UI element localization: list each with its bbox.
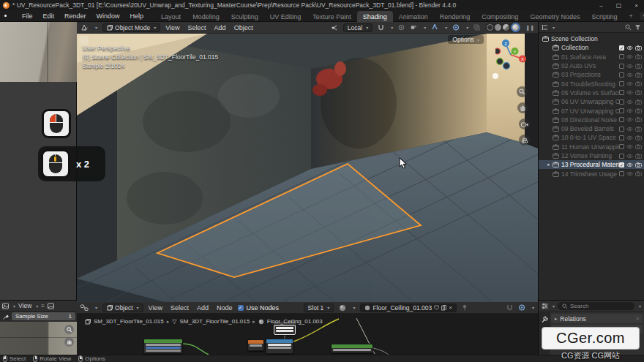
copy-icon[interactable] <box>441 305 446 311</box>
hide-eye-icon[interactable] <box>626 64 633 69</box>
add-workspace-button[interactable]: + <box>623 10 638 21</box>
shading-material-button[interactable] <box>503 24 509 31</box>
workspace-tab[interactable]: Modeling <box>187 11 225 22</box>
collection-name[interactable]: Collection <box>561 44 619 51</box>
workspace-tab[interactable]: Layout <box>155 11 187 22</box>
filter-icon[interactable] <box>634 24 641 31</box>
menu-item[interactable]: File <box>18 11 37 21</box>
hide-eye-icon[interactable] <box>626 154 633 159</box>
outliner-row[interactable]: 07 UV Unwrapping Custo ✓ <box>539 106 644 115</box>
menu-item[interactable]: Window <box>92 11 124 21</box>
shading-wireframe-button[interactable] <box>487 24 493 31</box>
shader-node[interactable] <box>331 344 373 353</box>
hide-eye-icon[interactable] <box>626 162 633 167</box>
hamburger-icon[interactable]: ≡ <box>41 303 45 309</box>
overlays-dropdown-icon[interactable] <box>452 24 460 31</box>
render-camera-icon[interactable] <box>635 72 642 78</box>
exclude-checkbox[interactable]: ✓ <box>619 90 624 95</box>
image-editor-icon[interactable] <box>2 303 9 309</box>
hide-eye-icon[interactable] <box>626 99 633 105</box>
snap-magnet-icon[interactable] <box>378 24 384 31</box>
collection-name[interactable]: 01 Surface Area <box>561 53 619 61</box>
snap-magnet-icon[interactable] <box>506 304 513 311</box>
shader-node[interactable] <box>143 339 183 354</box>
workspace-tab[interactable]: Geometry Nodes <box>524 11 585 22</box>
outliner-row[interactable]: 01 Surface Area ✓ <box>539 53 644 61</box>
workspace-tab[interactable]: Animation <box>393 11 434 22</box>
gizmo-dropdown-icon[interactable] <box>431 24 438 31</box>
outliner-row[interactable]: 05 Volume vs Surface ✓ <box>539 88 644 97</box>
collection-name[interactable]: Scene Collection <box>551 35 614 42</box>
collection-name[interactable]: 05 Volume vs Surface <box>561 89 619 97</box>
object-visibility-dropdown-icon[interactable] <box>410 24 417 31</box>
breadcrumb-object[interactable]: SM_3DT_FloorTile_01.015 <box>94 318 164 325</box>
hide-eye-icon[interactable] <box>626 171 633 176</box>
collection-name[interactable]: 14 Trimsheet Usage <box>561 170 619 178</box>
shader-editor-icon[interactable] <box>80 304 89 312</box>
render-camera-icon[interactable] <box>635 154 642 159</box>
collection-name[interactable]: 09 Beveled Barrels <box>561 125 619 132</box>
exclude-checkbox[interactable]: ✓ <box>619 117 624 122</box>
outliner-row[interactable]: 11 Human Unwrapping ✓ <box>539 143 644 151</box>
image-preview[interactable] <box>0 322 77 355</box>
collection-name[interactable]: 10 0-to-1 UV Space <box>561 134 619 141</box>
exclude-checkbox[interactable]: ✓ <box>619 108 624 113</box>
pan-view-button[interactable] <box>517 102 528 113</box>
breadcrumb-mesh[interactable]: SM_3DT_FloorTile_01.015 <box>179 318 250 325</box>
use-nodes-toggle[interactable]: ✓ Use Nodes <box>238 304 280 312</box>
camera-view-button[interactable] <box>519 118 530 129</box>
shading-rendered-button[interactable] <box>512 24 519 31</box>
header-pause-icon[interactable]: ❚❚ <box>525 25 534 31</box>
exclude-checkbox[interactable]: ✓ <box>619 127 624 132</box>
hide-eye-icon[interactable] <box>626 135 633 140</box>
sample-size-field[interactable]: Sample Size 1 <box>12 312 75 320</box>
search-icon[interactable] <box>625 24 632 31</box>
collection-name[interactable]: 13 Procedural Material a <box>561 161 619 168</box>
render-camera-icon[interactable] <box>635 117 642 122</box>
render-camera-icon[interactable] <box>635 162 642 167</box>
material-slot-dropdown[interactable]: Slot 1 ▾ <box>304 303 334 312</box>
collection-name[interactable]: 08 Directional Noise Unwr <box>561 116 619 124</box>
outliner-row[interactable]: 04 TroubleShooting ✓ <box>539 79 644 88</box>
hide-eye-icon[interactable] <box>626 117 633 122</box>
workspace-tab[interactable]: Texture Paint <box>307 11 357 22</box>
exclude-checkbox[interactable]: ✓ <box>619 64 624 69</box>
eyedropper-icon[interactable] <box>2 313 10 320</box>
shader-type-dropdown[interactable]: Object ▾ <box>102 303 143 312</box>
orientation-dropdown[interactable]: Local ▾ <box>343 23 372 32</box>
mode-dropdown[interactable]: Object Mode ▾ <box>102 23 160 32</box>
outliner-row[interactable]: Scene Collection ✓ <box>539 34 644 43</box>
render-camera-icon[interactable] <box>635 127 642 132</box>
properties-editor-icon[interactable] <box>542 303 548 309</box>
exclude-checkbox[interactable]: ✓ <box>619 162 624 167</box>
tool-tab-icon[interactable] <box>541 316 548 323</box>
outliner-row[interactable]: ▸ 13 Procedural Material a ✓ <box>539 160 644 169</box>
outliner-row[interactable]: 03 Projections ✓ <box>539 70 644 79</box>
pin-icon[interactable] <box>462 304 468 311</box>
outliner-row[interactable]: 14 Trimsheet Usage ✓ <box>539 169 644 178</box>
shader-menu-item[interactable]: View <box>149 304 162 312</box>
hide-eye-icon[interactable] <box>626 81 633 86</box>
material-icon[interactable] <box>339 304 346 312</box>
outliner-row[interactable]: 10 0-to-1 UV Space ✓ <box>539 133 644 142</box>
viewport-menu-item[interactable]: Object <box>234 24 253 31</box>
workspace-tab[interactable]: Scripting <box>585 11 623 22</box>
menu-item[interactable]: Help <box>126 11 149 21</box>
workspace-tab[interactable]: Rendering <box>434 11 476 22</box>
exclude-checkbox[interactable]: ✓ <box>619 54 624 59</box>
fake-user-shield-icon[interactable] <box>434 305 439 311</box>
shader-menu-item[interactable]: Select <box>171 304 189 312</box>
zoom-tool-button[interactable] <box>64 325 74 334</box>
outliner-row[interactable]: Collection ✓ <box>539 43 644 52</box>
perspective-toggle-button[interactable] <box>519 135 530 146</box>
hide-eye-icon[interactable] <box>626 54 633 59</box>
exclude-checkbox[interactable]: ✓ <box>619 171 624 176</box>
properties-search-input[interactable]: Search <box>558 302 634 310</box>
hide-eye-icon[interactable] <box>626 144 633 149</box>
menu-item[interactable]: Edit <box>39 11 59 21</box>
zoom-view-button[interactable] <box>517 86 528 97</box>
outliner-row[interactable]: 06 UV Unwrapping Organ ✓ <box>539 97 644 106</box>
render-camera-icon[interactable] <box>635 64 642 69</box>
exclude-checkbox[interactable]: ✓ <box>619 81 624 86</box>
render-camera-icon[interactable] <box>635 90 642 95</box>
